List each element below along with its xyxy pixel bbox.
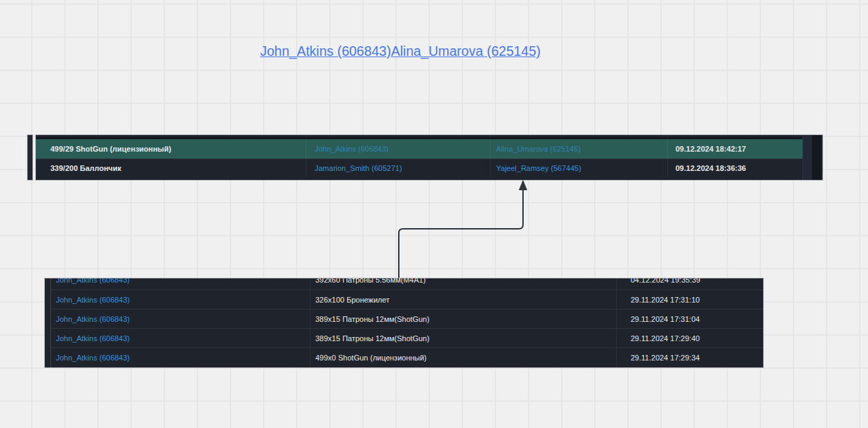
player-link[interactable]: John_Atkins (606843) — [51, 278, 310, 289]
player-link[interactable]: John_Atkins (606843) — [51, 348, 310, 367]
transfer-row: 339/200 Баллончик Jamarion_Smith (605271… — [36, 159, 802, 177]
item-cell: 389x15 Патроны 12мм(ShotGun) — [310, 309, 616, 328]
from-player-link[interactable]: John_Atkins (606843) — [306, 135, 490, 137]
history-row: John_Atkins (606843) 389x15 Патроны 12мм… — [51, 309, 763, 328]
item-cell: 344/10 Патроны 9мм(Glock) — [36, 135, 306, 137]
item-cell: 339/200 Баллончик — [36, 159, 306, 177]
scrollbar-track[interactable] — [802, 135, 813, 180]
to-player-link[interactable]: Alina_Umarova (625145) — [490, 139, 667, 159]
from-player-link[interactable]: Jamarion_Smith (605271) — [306, 159, 490, 177]
item-cell: 326x100 Бронежилет — [310, 290, 616, 309]
whiteboard-canvas[interactable]: John_Atkins (606843)Alina_Umarova (62514… — [0, 0, 868, 428]
title-link-alina-umarova[interactable]: Alina_Umarova (625145) — [391, 43, 541, 59]
history-table[interactable]: John_Atkins (606843) 392x60 Патроны 5.56… — [45, 278, 763, 367]
transfer-table[interactable]: 344/10 Патроны 9мм(Glock) John_Atkins (6… — [28, 135, 822, 180]
history-rows: John_Atkins (606843) 392x60 Патроны 5.56… — [45, 278, 763, 367]
item-cell: 389x15 Патроны 12мм(ShotGun) — [310, 329, 616, 347]
to-player-link[interactable]: Yajeel_Ramsey (567445) — [490, 159, 667, 177]
player-link[interactable]: John_Atkins (606843) — [51, 329, 310, 347]
transfer-rows: 499/29 ShotGun (лицензионный) John_Atkin… — [36, 139, 822, 177]
timestamp-cell: 09.12.2024 19:03:25 — [667, 135, 802, 137]
timestamp-cell: 29.11.2024 17:29:40 — [616, 329, 763, 347]
history-row: John_Atkins (606843) 392x60 Патроны 5.56… — [51, 278, 763, 289]
timestamp-cell: 09.12.2024 18:36:36 — [667, 159, 802, 177]
transfer-row: 499/29 ShotGun (лицензионный) John_Atkin… — [36, 139, 802, 159]
history-table-left-clipped-column — [45, 278, 51, 367]
transfer-table-body: 344/10 Патроны 9мм(Glock) John_Atkins (6… — [36, 135, 822, 180]
player-link[interactable]: John_Atkins (606843) — [51, 309, 310, 328]
timestamp-cell: 29.11.2024 17:31:04 — [616, 309, 763, 328]
item-cell: 499/29 ShotGun (лицензионный) — [36, 139, 306, 159]
timestamp-cell: 29.11.2024 17:29:34 — [616, 348, 763, 367]
canvas-title: John_Atkins (606843)Alina_Umarova (62514… — [260, 42, 541, 60]
table-right-edge — [812, 135, 821, 180]
timestamp-cell: 09.12.2024 18:42:17 — [667, 139, 802, 159]
timestamp-cell: 29.11.2024 17:31:10 — [616, 290, 763, 309]
title-link-john-atkins[interactable]: John_Atkins (606843) — [260, 43, 391, 59]
history-row: John_Atkins (606843) 326x100 Бронежилет … — [51, 289, 763, 309]
transfer-table-left-clipped-column — [28, 135, 32, 180]
item-cell: 499x0 ShotGun (лицензионный) — [310, 348, 616, 367]
from-player-link[interactable]: John_Atkins (606843) — [306, 139, 490, 159]
timestamp-cell: 04.12.2024 19:35:39 — [616, 278, 763, 289]
item-cell: 392x60 Патроны 5.56мм(M4A1) — [310, 278, 616, 289]
history-row: John_Atkins (606843) 499x0 ShotGun (лице… — [51, 347, 763, 367]
to-player-link[interactable]: Alina_Umarova (625145) — [490, 135, 667, 137]
player-link[interactable]: John_Atkins (606843) — [51, 290, 310, 309]
history-row: John_Atkins (606843) 389x15 Патроны 12мм… — [51, 328, 763, 347]
